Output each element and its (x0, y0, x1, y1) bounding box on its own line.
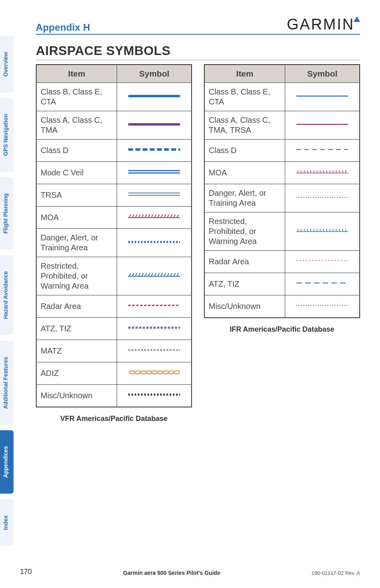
dash-blue-long-icon (292, 277, 352, 289)
dot-dark-icon (124, 389, 184, 401)
table-row: Misc/Unknown (204, 295, 360, 318)
ifr-symbol (285, 140, 360, 162)
table-row: TRSA (36, 184, 192, 206)
table-row: Radar Area (36, 295, 192, 318)
tab-appendices[interactable]: Appendices (0, 430, 14, 494)
ifr-symbol (285, 162, 360, 184)
ifr-table: Item Symbol Class B, Class E, CTAClass A… (204, 64, 360, 318)
tab-index[interactable]: Index (0, 500, 14, 546)
dash-bluegray-icon (124, 322, 184, 334)
ifr-symbol (285, 184, 360, 212)
vfr-symbol (117, 295, 192, 318)
vfr-table: Item Symbol Class B, Class E, CTAClass A… (36, 64, 192, 407)
tab-overview[interactable]: Overview (0, 36, 14, 92)
dot-blue-icon (124, 236, 184, 248)
table-row: Restricted, Prohibited, or Warning Area (204, 212, 360, 251)
vfr-item: ATZ, TIZ (36, 318, 117, 340)
table-row: Class B, Class E, CTA (36, 83, 192, 111)
ifr-symbol (285, 111, 360, 140)
vfr-item: MATZ (36, 340, 117, 362)
ifr-symbol (285, 251, 360, 273)
ifr-item: Radar Area (204, 251, 285, 273)
garmin-triangle-icon (354, 16, 360, 22)
page-footer: 170 Garmin aera 500 Series Pilot's Guide… (20, 568, 360, 576)
col-symbol: Symbol (285, 65, 360, 83)
vfr-symbol (117, 83, 192, 111)
ifr-symbol (285, 212, 360, 251)
table-row: Restricted, Prohibited, or Warning Area (36, 257, 192, 295)
ifr-item: Class A, Class C, TMA, TRSA (204, 111, 285, 140)
vfr-item: Danger, Alert, or Training Area (36, 229, 117, 257)
col-symbol: Symbol (117, 65, 192, 83)
tick-magenta-icon (292, 166, 352, 178)
vfr-symbol (117, 184, 192, 206)
table-row: ATZ, TIZ (204, 273, 360, 295)
chain-orange-icon (124, 366, 184, 378)
vfr-item: Restricted, Prohibited, or Warning Area (36, 257, 117, 295)
table-row: Radar Area (204, 251, 360, 273)
ifr-symbol (285, 295, 360, 318)
tab-gps-navigation[interactable]: GPS Navigation (0, 98, 14, 172)
ifr-caption: IFR Americas/Pacific Database (204, 325, 360, 334)
table-row: Misc/Unknown (36, 385, 192, 407)
col-item: Item (36, 65, 117, 83)
dash-blue-boxes-icon (124, 144, 184, 155)
ifr-item: Restricted, Prohibited, or Warning Area (204, 212, 285, 251)
table-row: ADIZ (36, 362, 192, 385)
table-row: MOA (204, 162, 360, 184)
guide-title: Garmin aera 500 Series Pilot's Guide (32, 570, 311, 576)
double-gray-icon (124, 188, 184, 200)
table-row: Class A, Class C, TMA, TRSA (204, 111, 360, 140)
dash-red-tiny-icon (292, 255, 352, 267)
vfr-item: Class B, Class E, CTA (36, 83, 117, 111)
appendix-label: Appendix H (36, 22, 90, 33)
tab-hazard-avoidance[interactable]: Hazard Avoidance (0, 255, 14, 335)
solid-magenta-thin-icon (292, 118, 352, 130)
ifr-item: Misc/Unknown (204, 295, 285, 318)
vfr-symbol (117, 229, 192, 257)
tab-additional-features[interactable]: Additional Features (0, 341, 14, 425)
table-row: Class D (204, 140, 360, 162)
vfr-item: ADIZ (36, 362, 117, 385)
dash-red-small-icon (124, 299, 184, 311)
hatch-blue-icon (124, 269, 184, 281)
vfr-symbol (117, 257, 192, 295)
page-header: Appendix H GARMIN (36, 16, 360, 35)
vfr-item: Class D (36, 140, 117, 162)
vfr-item: Class A, Class C, TMA (36, 111, 117, 140)
vfr-symbol (117, 318, 192, 340)
vfr-symbol (117, 140, 192, 162)
dot-magenta-small2-icon (292, 299, 352, 311)
table-row: MOA (36, 206, 192, 229)
solid-blue-thick-icon (124, 90, 184, 102)
vfr-symbol (117, 340, 192, 362)
section-heading: AIRSPACE SYMBOLS (36, 43, 360, 60)
double-blue-icon (124, 166, 184, 178)
solid-blue-thin-icon (292, 90, 352, 102)
dash-gray-small-icon (124, 344, 184, 356)
col-item: Item (204, 65, 285, 83)
ifr-item: Danger, Alert, or Training Area (204, 184, 285, 212)
vfr-symbol (117, 162, 192, 184)
vfr-item: Mode C Veil (36, 162, 117, 184)
table-row: Danger, Alert, or Training Area (204, 184, 360, 212)
tab-flight-planning[interactable]: Flight Planning (0, 177, 14, 250)
vfr-item: MOA (36, 206, 117, 229)
table-row: Danger, Alert, or Training Area (36, 229, 192, 257)
vfr-caption: VFR Americas/Pacific Database (36, 415, 192, 423)
table-row: MATZ (36, 340, 192, 362)
vfr-item: Misc/Unknown (36, 385, 117, 407)
vfr-symbol (117, 111, 192, 140)
vfr-item: Radar Area (36, 295, 117, 318)
ifr-symbol (285, 273, 360, 295)
brand-text: GARMIN (287, 16, 355, 33)
tick-blue-icon (292, 224, 352, 236)
table-row: Class A, Class C, TMA (36, 111, 192, 140)
vfr-item: TRSA (36, 184, 117, 206)
solid-magenta-thick-icon (124, 118, 184, 130)
vfr-symbol (117, 206, 192, 229)
table-row: Class D (36, 140, 192, 162)
ifr-item: MOA (204, 162, 285, 184)
ifr-item: ATZ, TIZ (204, 273, 285, 295)
table-row: ATZ, TIZ (36, 318, 192, 340)
